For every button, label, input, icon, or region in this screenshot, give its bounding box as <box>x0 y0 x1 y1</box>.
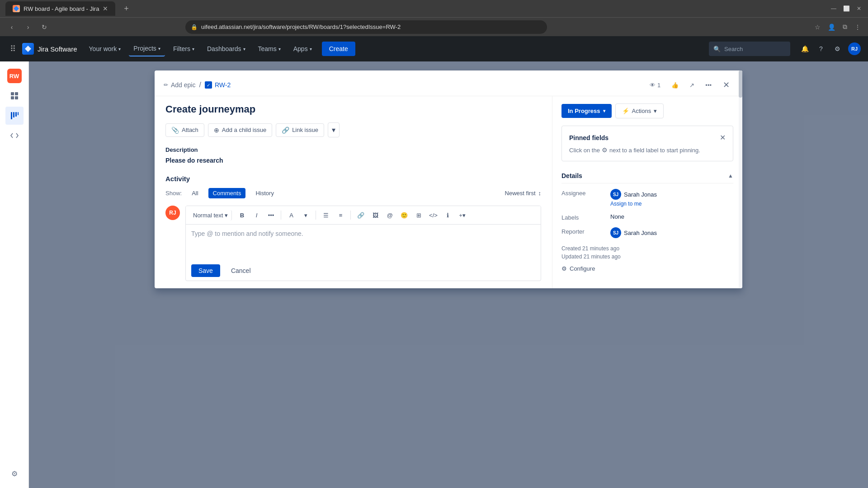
bullet-list-button[interactable]: ☰ <box>320 209 332 221</box>
pinned-fields-title: Pinned fields <box>569 134 609 141</box>
dialog-header: ✏ Add epic / ✓ RW-2 👁 <box>155 70 742 96</box>
activity-sort[interactable]: Newest first ↕ <box>505 190 541 197</box>
description-label: Description <box>165 146 541 153</box>
search-icon: 🔍 <box>713 46 721 52</box>
pinned-close-button[interactable]: ✕ <box>720 133 726 142</box>
close-window-icon[interactable]: ✕ <box>855 5 863 12</box>
new-tab-button[interactable]: + <box>119 1 133 16</box>
your-work-chevron: ▾ <box>118 47 121 52</box>
breadcrumb-issue[interactable]: ✓ RW-2 <box>205 81 231 89</box>
assignee-value: SJ Sarah Jonas Assign to me <box>610 189 657 207</box>
dashboards-nav[interactable]: Dashboards ▾ <box>203 42 250 56</box>
profile-icon[interactable]: 👤 <box>826 22 837 33</box>
mention-button[interactable]: @ <box>383 209 396 221</box>
extension-icon[interactable]: ⧉ <box>841 21 849 33</box>
image-button[interactable]: 🖼 <box>369 209 382 221</box>
pinned-hint-text: Click on the ⚙ next to a field label to … <box>569 146 726 154</box>
projects-chevron: ▾ <box>158 46 160 51</box>
sidebar-board-icon[interactable] <box>5 87 24 105</box>
like-button[interactable]: 👍 <box>668 80 682 90</box>
comment-input-field[interactable]: Type @ to mention and notify someone. <box>186 225 541 261</box>
reporter-row: Reporter SJ Sarah Jonas <box>561 227 733 238</box>
forward-button[interactable]: › <box>22 21 34 33</box>
more-browser-icon[interactable]: ⋮ <box>853 22 863 33</box>
apps-nav[interactable]: Apps ▾ <box>289 42 316 56</box>
sidebar-kanban-icon[interactable] <box>5 107 24 125</box>
reload-button[interactable]: ↻ <box>38 21 51 33</box>
labels-value[interactable]: None <box>610 213 624 220</box>
text-color-button[interactable]: A <box>285 209 297 221</box>
search-bar[interactable]: 🔍 Search <box>709 42 790 56</box>
assign-to-me-link[interactable]: Assign to me <box>610 201 657 207</box>
bookmark-icon[interactable]: ☆ <box>813 22 822 33</box>
link-issue-button[interactable]: 🔗 Link issue <box>276 123 324 137</box>
reporter-avatar: SJ <box>610 227 621 238</box>
assignee-row: Assignee SJ Sarah Jonas Assign to me <box>561 189 733 207</box>
attach-button[interactable]: 📎 Attach <box>165 123 204 137</box>
numbered-list-button[interactable]: ≡ <box>334 209 347 221</box>
format-select[interactable]: Normal text ▾ <box>189 210 232 221</box>
add-child-button[interactable]: ⊕ Add a child issue <box>208 123 272 137</box>
more-actions-button[interactable]: ••• <box>702 80 715 90</box>
comment-editor: Normal text ▾ B I ••• A <box>185 206 541 281</box>
toolbar-more-dropdown[interactable]: ▾ <box>328 122 340 137</box>
configure-button[interactable]: ⚙ Configure <box>561 265 733 272</box>
teams-nav[interactable]: Teams ▾ <box>254 42 285 56</box>
actions-button[interactable]: ⚡ Actions ▾ <box>615 103 664 118</box>
filter-comments-button[interactable]: Comments <box>208 188 246 198</box>
address-bar[interactable]: 🔒 uifeed.atlassian.net/jira/software/pro… <box>185 20 547 34</box>
help-icon[interactable]: ? <box>814 42 828 56</box>
sidebar-project-icon[interactable]: RW <box>5 67 24 85</box>
scrollbar-thumb[interactable] <box>739 70 742 98</box>
save-comment-button[interactable]: Save <box>191 264 220 277</box>
pin-icon: ⚙ <box>602 146 608 154</box>
scrollbar-track[interactable] <box>739 70 742 288</box>
sidebar-settings-icon[interactable]: ⚙ <box>5 465 24 483</box>
browser-tab[interactable]: RW board - Agile board - Jira ✕ <box>5 1 115 16</box>
info-button[interactable]: ℹ <box>441 209 454 221</box>
your-work-nav[interactable]: Your work ▾ <box>85 42 126 56</box>
text-color-chevron[interactable]: ▾ <box>299 209 312 221</box>
italic-button[interactable]: I <box>250 209 263 221</box>
cancel-comment-button[interactable]: Cancel <box>224 264 258 277</box>
maximize-icon[interactable]: ⬜ <box>843 5 850 12</box>
svg-rect-2 <box>15 92 18 95</box>
share-button[interactable]: ↗ <box>686 80 698 90</box>
code-button[interactable]: </> <box>427 209 439 221</box>
create-button[interactable]: Create <box>322 42 355 56</box>
apps-chevron: ▾ <box>310 47 312 52</box>
editor-actions: Save Cancel <box>186 261 541 281</box>
svg-rect-3 <box>11 96 14 99</box>
user-avatar[interactable]: RJ <box>848 42 861 55</box>
toolbar-divider <box>281 211 281 220</box>
minimize-icon[interactable]: — <box>830 5 837 12</box>
emoji-button[interactable]: 🙂 <box>398 209 410 221</box>
settings-icon[interactable]: ⚙ <box>830 42 844 56</box>
apps-grid-icon[interactable]: ⠿ <box>7 41 19 56</box>
paperclip-icon: 📎 <box>171 127 179 134</box>
details-header: Details ▲ <box>561 169 733 183</box>
sidebar-code-icon[interactable] <box>5 127 24 145</box>
more-format-button[interactable]: ••• <box>264 209 277 221</box>
notifications-icon[interactable]: 🔔 <box>797 42 812 56</box>
close-tab-icon[interactable]: ✕ <box>103 5 108 12</box>
details-section: Details ▲ Assignee SJ <box>561 169 733 272</box>
bold-button[interactable]: B <box>236 209 248 221</box>
filters-nav[interactable]: Filters ▾ <box>169 42 199 56</box>
dialog-close-button[interactable]: ✕ <box>719 78 733 92</box>
jira-logo-area: Jira Software <box>22 43 77 55</box>
svg-marker-0 <box>14 6 19 11</box>
table-button[interactable]: ⊞ <box>412 209 425 221</box>
status-button[interactable]: In Progress ▾ <box>561 104 612 118</box>
dialog-header-actions: 👁 1 👍 ↗ ••• <box>646 78 733 92</box>
projects-nav[interactable]: Projects ▾ <box>129 41 165 56</box>
more-editor-button[interactable]: +▾ <box>456 209 468 221</box>
breadcrumb-epic[interactable]: ✏ Add epic <box>164 81 195 89</box>
filter-all-button[interactable]: All <box>187 188 203 198</box>
details-collapse-button[interactable]: ▲ <box>728 173 733 179</box>
description-text: Please do research <box>165 157 541 164</box>
filter-history-button[interactable]: History <box>251 188 278 198</box>
link-editor-button[interactable]: 🔗 <box>354 209 367 221</box>
back-button[interactable]: ‹ <box>5 21 18 33</box>
watch-button[interactable]: 👁 1 <box>646 80 664 90</box>
